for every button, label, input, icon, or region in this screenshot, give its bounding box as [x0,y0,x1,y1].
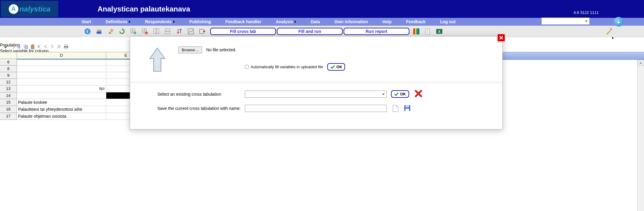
back-icon[interactable] [84,28,91,35]
doc-icon[interactable] [424,28,431,35]
cell[interactable]: Palautteesi tai yhteydenottosi aihe [17,106,106,113]
svg-rect-37 [31,45,34,49]
cell[interactable]: Palaute koskee [17,99,106,106]
ok-select-button[interactable]: OK [391,90,409,98]
svg-rect-18 [165,31,170,34]
nav-feedback-handler[interactable]: Feedback handler [226,19,261,24]
last-icon[interactable] [57,44,62,49]
svg-point-31 [18,47,19,48]
cell[interactable]: Palaute ohjelman osioista [17,113,106,120]
nav-analysis[interactable]: Analysis [276,19,296,24]
rainbow-icon[interactable] [413,28,420,35]
users-icon[interactable] [95,28,103,35]
logo-a-icon: A [9,4,18,14]
save-name-input[interactable] [245,105,387,112]
nav-data[interactable]: Data [311,19,320,24]
row-header[interactable]: 6 [0,59,17,66]
row-header[interactable]: 9 [0,72,17,79]
save-name-label: Save the current cross tabulation with n… [157,106,245,111]
column-header-D[interactable]: D [17,52,106,59]
version-label: 4.6 3122 1111 [574,10,599,15]
row-header[interactable]: 16 [0,106,17,113]
logo-text: nalystica [20,5,51,13]
svg-point-2 [99,30,101,31]
spreadsheet-toolbar [4,44,68,49]
existing-crosstab-select[interactable] [245,91,387,98]
toolbar: + × Fill cross tab Fill and run Run repo… [0,26,644,37]
cell[interactable] [17,59,106,66]
vertical-scrollbar[interactable] [637,60,644,211]
table-remove-icon[interactable]: × [141,28,149,35]
nav-feedback[interactable]: Feedback [406,19,426,24]
cell[interactable] [17,92,106,99]
svg-rect-41 [65,47,67,49]
grid2-icon[interactable] [164,28,171,35]
first-icon[interactable] [37,44,42,49]
header-bar: Analystica Analystican palautekanava 4.6… [0,0,644,18]
row-header[interactable]: 13 [0,85,17,92]
next-icon[interactable] [50,44,55,49]
cell[interactable] [17,79,106,85]
row-header[interactable]: 8 [0,66,17,72]
run-report-button[interactable]: Run report [344,28,409,35]
nav-definitions[interactable]: Definitions [106,19,130,24]
delete-crosstab-button[interactable] [415,90,422,98]
nav-publishing[interactable]: Publishing [189,19,211,24]
table-add-icon[interactable]: + [130,28,137,35]
svg-rect-38 [32,44,34,45]
nav-logout[interactable]: Log out [440,19,456,24]
nav-respondents[interactable]: Respondents [145,19,175,24]
download-arrow-button[interactable] [614,17,623,27]
corner-cell [0,52,17,59]
refresh-icon[interactable] [118,28,126,35]
brush-icon[interactable] [107,28,114,35]
column-variable-dropdown[interactable] [541,18,590,25]
grid1-icon[interactable] [153,28,160,35]
sort-icon[interactable] [176,28,183,35]
fill-and-run-button[interactable]: Fill and run [277,28,343,35]
prev-icon[interactable] [43,44,48,49]
svg-rect-16 [156,29,159,34]
cell[interactable] [17,72,106,79]
ok-upload-button[interactable]: OK [327,63,345,71]
copy-icon[interactable] [24,44,28,49]
new-doc-icon[interactable] [392,104,400,112]
dropdown-arrow-icon [129,21,130,23]
auto-fill-label: Automatically fill variables in uploaded… [251,65,323,69]
file-status-label: No file selected. [206,47,236,52]
row-header[interactable]: 15 [0,99,17,106]
svg-rect-4 [110,28,114,32]
auto-fill-checkbox[interactable] [245,65,249,69]
cell[interactable] [17,66,106,72]
nav-help[interactable]: Help [383,19,392,24]
nav-start[interactable]: Start [82,19,91,24]
undo-icon[interactable] [10,44,15,49]
dropdown-arrow-icon [295,21,296,23]
fill-cross-tab-button[interactable]: Fill cross tab [210,28,276,35]
tools-icon[interactable] [605,27,614,36]
svg-rect-40 [65,45,67,46]
excel-icon[interactable]: X [436,28,443,35]
svg-point-1 [97,29,99,31]
cell-n-label[interactable]: N= [17,85,106,92]
row-header[interactable]: 17 [0,113,17,120]
check-icon[interactable] [4,44,8,49]
browse-button[interactable]: Browse… [178,46,202,53]
modal-close-button[interactable] [497,34,505,42]
chart-icon[interactable] [187,28,194,35]
svg-text:×: × [146,32,147,34]
scroll-up-button[interactable] [638,60,644,66]
svg-rect-25 [425,29,430,34]
svg-rect-44 [405,109,409,111]
save-disk-icon[interactable] [404,104,412,112]
nav-own-info[interactable]: Own information [335,19,368,24]
svg-rect-3 [97,31,101,34]
print-icon[interactable] [63,44,68,49]
row-header[interactable]: 14 [0,92,17,99]
svg-rect-24 [418,28,419,34]
row-header[interactable]: 12 [0,79,17,85]
svg-rect-23 [416,28,418,34]
export-icon[interactable] [199,28,206,35]
paste-icon[interactable] [30,44,35,49]
cut-icon[interactable] [17,44,22,49]
